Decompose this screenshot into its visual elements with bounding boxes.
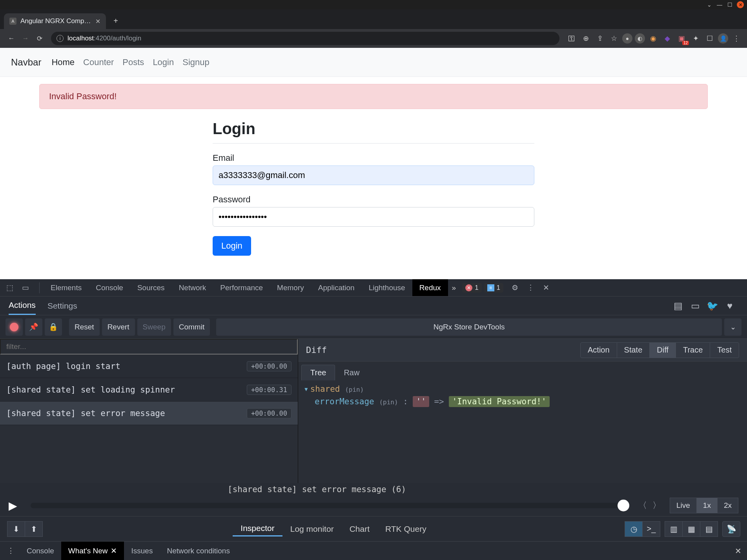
drawer-menu-icon[interactable]: ⋮ [5, 546, 16, 555]
store-selector[interactable]: NgRx Store DevTools [216, 318, 722, 336]
slider-thumb-icon[interactable] [618, 500, 629, 511]
commit-button[interactable]: Commit [173, 318, 210, 336]
new-tab-button[interactable]: + [109, 14, 122, 27]
redux-tab-settings[interactable]: Settings [47, 296, 77, 315]
ext3-icon[interactable]: ◉ [647, 33, 659, 44]
share-icon[interactable]: ⇪ [594, 33, 606, 44]
view-chart[interactable]: Chart [342, 522, 377, 536]
login-button[interactable]: Login [213, 236, 251, 256]
tab-console[interactable]: Console [89, 279, 130, 296]
caret-down-icon[interactable]: ▾ [304, 384, 309, 394]
password-input[interactable] [213, 207, 534, 227]
drawer-tab-network-conditions[interactable]: Network conditions [160, 542, 237, 560]
drawer-tab-issues[interactable]: Issues [124, 542, 160, 560]
tab-redux[interactable]: Redux [412, 279, 448, 296]
diff-tree[interactable]: ▾shared (pin) errorMessage (pin) : '' =>… [298, 380, 747, 483]
key-icon[interactable]: ⚿ [566, 33, 578, 44]
drawer-tab-whatsnew[interactable]: What's New✕ [61, 542, 124, 560]
prev-action-icon[interactable]: 〈 [636, 500, 650, 511]
tab-application[interactable]: Application [311, 279, 362, 296]
twitter-icon[interactable]: 🐦 [704, 297, 721, 315]
chat-icon[interactable]: ▭ [687, 297, 704, 315]
tab-performance[interactable]: Performance [213, 279, 270, 296]
seg-test[interactable]: Test [710, 342, 739, 358]
tab-sources[interactable]: Sources [130, 279, 172, 296]
more-icon[interactable]: ⋮ [525, 282, 536, 294]
clock-icon[interactable]: ◷ [625, 521, 643, 537]
ext1-icon[interactable]: ● [622, 33, 632, 44]
diff-key[interactable]: errorMessage [315, 397, 374, 406]
lock-button[interactable]: 🔒 [45, 318, 62, 336]
record-button[interactable] [5, 318, 23, 336]
drawer-close-icon[interactable]: ✕ [735, 546, 742, 556]
extensions-icon[interactable]: ✦ [690, 33, 701, 44]
inspect-icon[interactable]: ⬚ [4, 282, 16, 294]
email-input[interactable] [213, 165, 534, 185]
seg-action[interactable]: Action [580, 342, 617, 358]
speed-live[interactable]: Live [670, 498, 697, 513]
book-icon[interactable]: ▤ [669, 297, 687, 315]
diff-root-key[interactable]: shared [310, 384, 340, 394]
store-caret-icon[interactable]: ⌄ [724, 318, 742, 336]
heart-icon[interactable]: ♥ [721, 297, 738, 315]
tab-lighthouse[interactable]: Lighthouse [362, 279, 412, 296]
reload-button[interactable]: ⟳ [33, 32, 46, 45]
sweep-button[interactable]: Sweep [137, 318, 171, 336]
tabs-overflow-icon[interactable]: » [448, 284, 460, 292]
timeline-slider[interactable] [31, 503, 629, 508]
ext-badge-icon[interactable]: ▣ [676, 33, 687, 44]
seg-diff[interactable]: Diff [649, 342, 676, 358]
next-action-icon[interactable]: 〉 [650, 500, 664, 511]
console-icon[interactable]: >_ [642, 521, 660, 537]
nav-counter[interactable]: Counter [83, 57, 114, 67]
site-info-icon[interactable]: i [56, 35, 64, 42]
diff-pin-2[interactable]: (pin) [379, 398, 398, 406]
drawer-tab-console[interactable]: Console [20, 542, 61, 560]
nav-login[interactable]: Login [153, 57, 174, 67]
tab-close-icon[interactable]: ✕ [95, 18, 100, 25]
redux-ext-icon[interactable]: ◆ [661, 33, 673, 44]
nav-signup[interactable]: Signup [182, 57, 210, 67]
fmt-tree[interactable]: Tree [301, 365, 335, 380]
speed-2x[interactable]: 2x [717, 498, 738, 513]
view-inspector[interactable]: Inspector [233, 521, 282, 536]
filter-input[interactable] [0, 339, 298, 355]
nav-home[interactable]: Home [51, 57, 75, 67]
drawer-tab-close-icon[interactable]: ✕ [111, 546, 117, 555]
pin-button[interactable]: 📌 [25, 318, 42, 336]
upload-icon[interactable]: ⬆ [25, 521, 43, 537]
device-icon[interactable]: ▭ [20, 282, 31, 294]
seg-state[interactable]: State [617, 342, 650, 358]
menu-icon[interactable]: ⋮ [731, 33, 742, 44]
navbar-brand[interactable]: Navbar [11, 57, 41, 68]
reset-button[interactable]: Reset [69, 318, 100, 336]
zoom-icon[interactable]: ⊕ [580, 33, 592, 44]
close-devtools-icon[interactable]: ✕ [540, 282, 552, 294]
tab-memory[interactable]: Memory [270, 279, 311, 296]
fmt-raw[interactable]: Raw [335, 365, 368, 380]
view-logmonitor[interactable]: Log monitor [282, 522, 342, 536]
ext2-icon[interactable]: ◐ [635, 33, 645, 44]
bookmark-icon[interactable]: ☆ [608, 33, 620, 44]
revert-button[interactable]: Revert [102, 318, 135, 336]
settings-icon[interactable]: ⚙ [509, 282, 521, 294]
errors-pill[interactable]: ✕1 [462, 283, 481, 293]
window-icon[interactable]: ☐ [704, 33, 716, 44]
view-rtk[interactable]: RTK Query [377, 522, 434, 536]
action-row[interactable]: [shared state] set error message +00:00.… [0, 402, 298, 425]
profile-avatar-icon[interactable]: 👤 [718, 33, 728, 44]
diff-pin[interactable]: (pin) [345, 386, 364, 393]
tab-elements[interactable]: Elements [44, 279, 89, 296]
speed-1x[interactable]: 1x [696, 498, 718, 513]
nav-posts[interactable]: Posts [122, 57, 144, 67]
redux-tab-actions[interactable]: Actions [9, 296, 36, 315]
back-button[interactable]: ← [5, 32, 18, 45]
seg-trace[interactable]: Trace [676, 342, 710, 358]
os-close-icon[interactable]: ✕ [737, 1, 744, 8]
os-maximize-icon[interactable]: ☐ [727, 2, 733, 8]
action-row[interactable]: [shared state] set loading spinner +00:0… [0, 378, 298, 402]
play-button[interactable]: ▶ [9, 499, 24, 512]
dock-right-icon[interactable]: ▦ [682, 521, 700, 537]
info-pill[interactable]: ≡1 [484, 283, 503, 293]
browser-tab[interactable]: A Angular NGRX Complete ✕ [4, 13, 106, 29]
